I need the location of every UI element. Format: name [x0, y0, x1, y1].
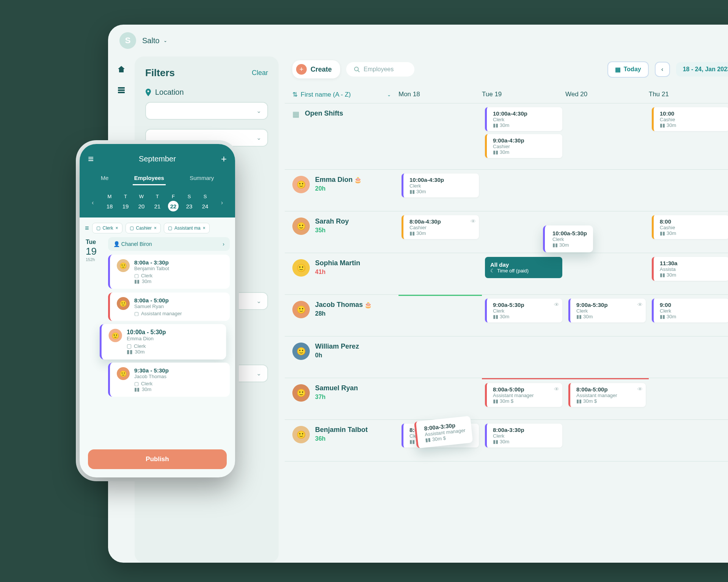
pause-icon: ▮▮: [410, 439, 415, 444]
avatar[interactable]: 🙂: [292, 217, 310, 235]
prev-week-button[interactable]: ‹: [655, 62, 670, 77]
day-cell[interactable]: 👁9:00a-5:30pClerk▮▮ 30m: [565, 295, 649, 336]
shift-card[interactable]: 11:30aAssista▮▮ 30m: [652, 257, 728, 281]
avatar[interactable]: 🙂: [292, 343, 310, 360]
mobile-month-title[interactable]: September: [94, 155, 221, 163]
close-icon[interactable]: ×: [116, 225, 118, 231]
chevron-left-icon: ‹: [661, 66, 663, 73]
sort-control[interactable]: ⇅ First name (A - Z) ⌄: [285, 91, 399, 99]
shift-card[interactable]: 👁8:00a-5:00pAssistant manager▮▮ 30m $: [568, 383, 646, 407]
day-cell[interactable]: [649, 378, 728, 419]
day-cell[interactable]: 👁8:00a-5:00pAssistant manager▮▮ 30m $: [565, 378, 649, 419]
week-day[interactable]: F22: [168, 194, 179, 211]
avatar[interactable]: 🙂: [292, 384, 310, 402]
shift-card[interactable]: 9:00Clerk▮▮ 30m: [652, 299, 728, 322]
close-icon[interactable]: ×: [154, 225, 157, 231]
filter-chip[interactable]: ▢ Clerk ×: [92, 223, 122, 233]
employee-group-header[interactable]: 👤 Chanel Biron›: [108, 237, 230, 251]
week-day[interactable]: T19: [120, 194, 131, 211]
day-cell[interactable]: 9:00Clerk▮▮ 30m: [649, 295, 728, 336]
day-cell[interactable]: [399, 253, 482, 294]
day-cell[interactable]: [482, 170, 565, 211]
shift-card[interactable]: 10:00a-4:30p Clerk ▮▮30m: [485, 107, 562, 131]
day-cell[interactable]: All day☾ Time off (paid): [482, 253, 565, 294]
day-cell[interactable]: [649, 336, 728, 378]
filter-chip[interactable]: ▢ Cashier ×: [126, 223, 161, 233]
org-avatar[interactable]: S: [119, 32, 136, 49]
day-cell[interactable]: 8:00Cashie▮▮ 30m: [649, 211, 728, 253]
day-cell[interactable]: [399, 295, 482, 336]
shift-break: ▮▮30m: [552, 242, 587, 248]
home-icon[interactable]: [116, 64, 127, 75]
schedule-icon[interactable]: [116, 84, 127, 95]
week-day[interactable]: T21: [152, 194, 163, 211]
timeoff-card[interactable]: All day☾ Time off (paid): [485, 257, 562, 278]
week-day[interactable]: W20: [136, 194, 147, 211]
day-cell[interactable]: [565, 336, 649, 378]
location-select[interactable]: ⌄: [145, 102, 268, 120]
date-range-button[interactable]: 18 - 24, Jan 2023 ⌄: [676, 62, 728, 77]
day-header[interactable]: Tue 19: [482, 91, 565, 99]
plus-icon: +: [296, 64, 307, 75]
menu-icon[interactable]: ≡: [88, 153, 94, 165]
week-day[interactable]: S24: [200, 194, 210, 211]
day-header[interactable]: Mon 18: [399, 91, 482, 99]
mobile-shift-card[interactable]: 🙂8:00a - 3:30pBenjamin Talbot▢ Clerk▮▮ 3…: [108, 255, 230, 289]
tab-me[interactable]: Me: [99, 172, 110, 185]
shift-time: 9:00a-4:30p: [493, 137, 558, 144]
day-header[interactable]: Wed 20: [565, 91, 649, 99]
avatar[interactable]: 🙂: [292, 426, 310, 443]
today-button[interactable]: ▦ Today: [607, 61, 649, 78]
week-day[interactable]: S23: [184, 194, 195, 211]
day-cell[interactable]: [399, 378, 482, 419]
org-switcher[interactable]: Salto ⌄: [142, 36, 167, 45]
tab-employees[interactable]: Employees: [133, 172, 166, 185]
chevron-left-icon[interactable]: ‹: [90, 199, 95, 206]
day-cell[interactable]: [399, 336, 482, 378]
shift-card[interactable]: 10:00 Cashie ▮▮30m: [652, 107, 728, 131]
filter-chip[interactable]: ▢ Assistant ma ×: [164, 223, 210, 233]
mobile-shift-card[interactable]: 🙂10:00a - 5:30pEmma Dion▢ Clerk▮▮ 30m: [100, 324, 226, 360]
day-cell[interactable]: [565, 420, 649, 461]
shift-card[interactable]: 10:00a-4:30pClerk▮▮ 30m: [402, 174, 479, 197]
dragged-shift-card[interactable]: 10:00a-5:30p Clerk ▮▮30m: [543, 225, 593, 252]
day-cell[interactable]: 👁8:00a-4:30pCashier▮▮ 30m: [399, 211, 482, 253]
publish-button[interactable]: Publish: [88, 449, 227, 469]
day-cell[interactable]: 👁8:00a-5:00pAssistant manager▮▮ 30m $: [482, 378, 565, 419]
mobile-shift-card[interactable]: 🙂9:30a - 5:30pJacob Thomas▢ Clerk▮▮ 30m: [108, 363, 230, 397]
day-header[interactable]: Thu 21: [649, 91, 728, 99]
day-cell[interactable]: [565, 170, 649, 211]
employee-hours: 20h: [315, 185, 362, 192]
avatar[interactable]: 🙂: [292, 259, 310, 277]
add-icon[interactable]: +: [221, 153, 227, 165]
tab-summary[interactable]: Summary: [188, 172, 215, 185]
shift-card[interactable]: 9:00a-4:30p Cashier ▮▮30m: [485, 134, 562, 158]
week-day[interactable]: M18: [104, 194, 115, 211]
shift-card[interactable]: 👁8:00a-4:30pCashier▮▮ 30m: [402, 215, 479, 239]
day-cell[interactable]: [565, 253, 649, 294]
shift-card[interactable]: 8:00Cashie▮▮ 30m: [652, 215, 728, 239]
employee-search-input[interactable]: Employees: [346, 62, 414, 77]
create-button[interactable]: + Create: [292, 60, 340, 78]
chevron-right-icon[interactable]: ›: [220, 199, 224, 206]
close-icon[interactable]: ×: [203, 225, 206, 231]
mobile-shift-card[interactable]: 🙂8:00a - 5:00pSamuel Ryan▢ Assistant man…: [108, 293, 230, 321]
shift-card[interactable]: 👁9:00a-5:30pClerk▮▮ 30m: [485, 299, 562, 322]
today-label: Today: [624, 66, 641, 73]
clear-filters-link[interactable]: Clear: [252, 69, 268, 77]
shift-card[interactable]: 👁8:00a-5:00pAssistant manager▮▮ 30m $: [485, 383, 562, 407]
day-cell[interactable]: [649, 420, 728, 461]
day-cell[interactable]: [649, 170, 728, 211]
day-cell[interactable]: 👁9:00a-5:30pClerk▮▮ 30m: [482, 295, 565, 336]
day-cell[interactable]: 11:30aAssista▮▮ 30m: [649, 253, 728, 294]
day-cell[interactable]: 10:00a-4:30pClerk▮▮ 30m: [399, 170, 482, 211]
day-cell[interactable]: [482, 336, 565, 378]
open-shifts-label: Open Shifts: [305, 110, 343, 117]
shift-card[interactable]: 👁9:00a-5:30pClerk▮▮ 30m: [568, 299, 646, 322]
avatar[interactable]: 🙂: [292, 176, 310, 193]
day-cell[interactable]: 8:00a-3:30pClerk▮▮ 30m: [482, 420, 565, 461]
mobile-app: ≡ September + Me Employees Summary ‹ M18…: [80, 144, 235, 477]
filter-icon[interactable]: ≡: [85, 224, 89, 232]
avatar[interactable]: 🙂: [292, 301, 310, 318]
shift-card[interactable]: 8:00a-3:30pClerk▮▮ 30m: [485, 424, 562, 447]
